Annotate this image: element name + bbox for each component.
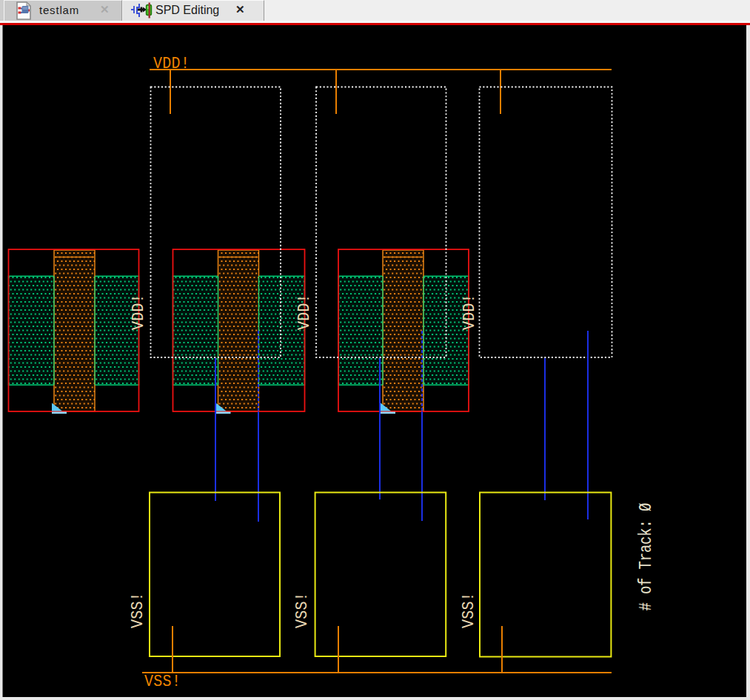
svg-text:VSS!: VSS! [460, 592, 478, 628]
svg-text:VDD!: VDD! [153, 55, 190, 73]
svg-text:VDD!: VDD! [295, 294, 313, 330]
svg-text:# of Track: Ø: # of Track: Ø [636, 503, 656, 611]
svg-text:VDD!: VDD! [130, 294, 147, 330]
svg-text:VSS!: VSS! [293, 592, 311, 628]
svg-text:VSS!: VSS! [144, 673, 181, 690]
svg-text:VDD!: VDD! [461, 294, 478, 330]
svg-text:VSS!: VSS! [129, 592, 147, 628]
